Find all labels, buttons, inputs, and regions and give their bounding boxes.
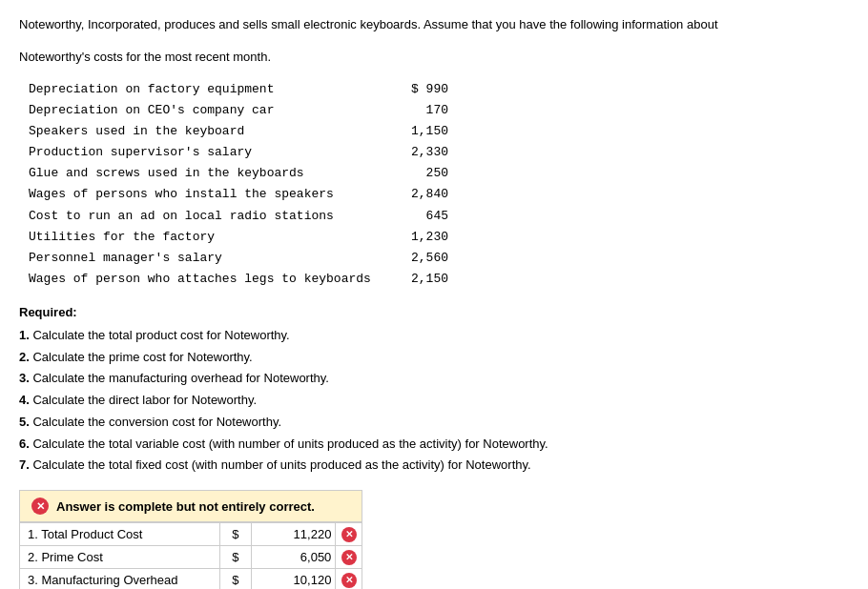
answer-row-label: 1. Total Product Cost bbox=[20, 523, 220, 546]
required-title: Required: bbox=[19, 305, 849, 319]
cost-value: 2,150 bbox=[372, 269, 448, 290]
cost-label: Wages of persons who install the speaker… bbox=[29, 184, 372, 205]
answer-dollar-sign: $ bbox=[219, 546, 251, 569]
cost-label: Wages of person who attaches legs to key… bbox=[29, 269, 372, 290]
answer-status-cell: ✕ bbox=[336, 523, 362, 546]
cost-value: 2,840 bbox=[372, 184, 448, 205]
required-item: 4. Calculate the direct labor for Notewo… bbox=[19, 390, 849, 412]
intro-text-line1: Noteworthy, Incorporated, produces and s… bbox=[19, 15, 849, 34]
cost-label: Utilities for the factory bbox=[29, 227, 372, 248]
required-section: Required: 1. Calculate the total product… bbox=[19, 305, 849, 477]
status-x-icon: ✕ bbox=[341, 573, 357, 588]
answer-dollar-sign: $ bbox=[219, 523, 251, 546]
answer-value: 10,120 bbox=[252, 569, 336, 589]
answer-table: 1. Total Product Cost$11,220✕2. Prime Co… bbox=[19, 522, 362, 589]
cost-label: Depreciation on CEO's company car bbox=[29, 100, 372, 121]
cost-label: Glue and screws used in the keyboards bbox=[29, 163, 372, 184]
status-x-icon: ✕ bbox=[341, 527, 357, 542]
cost-value: 250 bbox=[372, 163, 448, 184]
answer-status-cell: ✕ bbox=[336, 546, 362, 569]
answer-value: 6,050 bbox=[252, 546, 336, 569]
required-item: 1. Calculate the total product cost for … bbox=[19, 325, 849, 347]
cost-row: Speakers used in the keyboard1,150 bbox=[29, 121, 849, 142]
cost-label: Depreciation on factory equipment bbox=[29, 79, 372, 100]
required-item: 7. Calculate the total fixed cost (with … bbox=[19, 455, 849, 477]
required-item: 5. Calculate the conversion cost for Not… bbox=[19, 412, 849, 434]
answer-status-cell: ✕ bbox=[336, 569, 362, 589]
intro-text-line2: Noteworthy's costs for the most recent m… bbox=[19, 48, 849, 67]
answer-banner: ✕ Answer is complete but not entirely co… bbox=[19, 490, 362, 522]
answer-row-label: 3. Manufacturing Overhead bbox=[20, 569, 220, 589]
required-item: 6. Calculate the total variable cost (wi… bbox=[19, 434, 849, 456]
answer-value: 11,220 bbox=[252, 523, 336, 546]
cost-value: 645 bbox=[372, 206, 448, 227]
answer-row-label: 2. Prime Cost bbox=[20, 546, 220, 569]
cost-row: Depreciation on CEO's company car170 bbox=[29, 100, 849, 121]
answer-row: 3. Manufacturing Overhead$10,120✕ bbox=[20, 569, 362, 589]
answer-row: 2. Prime Cost$6,050✕ bbox=[20, 546, 362, 569]
intro-paragraph: Noteworthy, Incorporated, produces and s… bbox=[19, 15, 849, 66]
cost-value: 170 bbox=[372, 100, 448, 121]
cost-row: Utilities for the factory1,230 bbox=[29, 227, 849, 248]
cost-label: Cost to run an ad on local radio station… bbox=[29, 206, 372, 227]
answer-row: 1. Total Product Cost$11,220✕ bbox=[20, 523, 362, 546]
cost-value: $ 990 bbox=[372, 79, 448, 100]
cost-row: Glue and screws used in the keyboards250 bbox=[29, 163, 849, 184]
cost-label: Personnel manager's salary bbox=[29, 248, 372, 269]
cost-row: Wages of person who attaches legs to key… bbox=[29, 269, 849, 290]
cost-table: Depreciation on factory equipment$ 990De… bbox=[29, 79, 849, 290]
cost-row: Personnel manager's salary2,560 bbox=[29, 248, 849, 269]
required-item: 2. Calculate the prime cost for Notewort… bbox=[19, 347, 849, 369]
answer-dollar-sign: $ bbox=[219, 569, 251, 589]
cost-row: Depreciation on factory equipment$ 990 bbox=[29, 79, 849, 100]
cost-row: Cost to run an ad on local radio station… bbox=[29, 206, 849, 227]
cost-value: 2,330 bbox=[372, 142, 448, 163]
cost-value: 1,230 bbox=[372, 227, 448, 248]
cost-value: 2,560 bbox=[372, 248, 448, 269]
cost-label: Production supervisor's salary bbox=[29, 142, 372, 163]
cost-row: Wages of persons who install the speaker… bbox=[29, 184, 849, 205]
cost-row: Production supervisor's salary2,330 bbox=[29, 142, 849, 163]
status-x-icon: ✕ bbox=[341, 550, 357, 565]
banner-x-icon: ✕ bbox=[31, 498, 49, 515]
cost-value: 1,150 bbox=[372, 121, 448, 142]
banner-text: Answer is complete but not entirely corr… bbox=[56, 499, 315, 514]
cost-label: Speakers used in the keyboard bbox=[29, 121, 372, 142]
required-item: 3. Calculate the manufacturing overhead … bbox=[19, 368, 849, 390]
required-list: 1. Calculate the total product cost for … bbox=[19, 325, 849, 477]
